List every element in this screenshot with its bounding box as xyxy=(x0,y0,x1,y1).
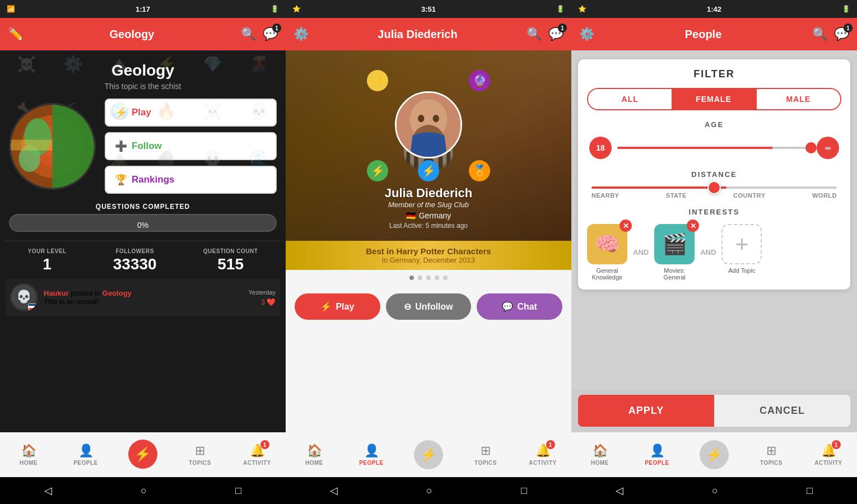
home-btn-1[interactable]: ○ xyxy=(141,485,147,497)
home-icon-3: 🏠 xyxy=(593,444,608,458)
status-bar-2: ⭐ 3:51 🔋 xyxy=(286,0,571,18)
distance-thumb[interactable] xyxy=(707,181,721,194)
battery-icon-3: 🔋 xyxy=(842,5,850,13)
interest-movie: 🎬 ✕ Movies: General xyxy=(654,224,695,281)
home-btn-3[interactable]: ○ xyxy=(712,485,718,497)
activity-icon-1: 🔔 1 xyxy=(250,444,265,458)
gender-female-btn[interactable]: FEMALE xyxy=(672,89,755,109)
age-slider-track[interactable] xyxy=(617,147,811,149)
profile-hero: 🏟️ ⚡ 🔮 xyxy=(286,50,571,241)
panel-profile: ⭐ 3:51 🔋 ⚙️ Julia Diederich 🔍 💬 1 🏟️ ⚡ xyxy=(286,0,571,504)
nav-home-1[interactable]: 🏠 HOME xyxy=(0,444,57,466)
chat-badge-1: 1 xyxy=(272,24,281,32)
achievement-banner: Best in Harry Potter Characters in Germa… xyxy=(286,241,571,270)
movie-label: Movies: General xyxy=(654,267,695,281)
chat-icon-2[interactable]: 💬 1 xyxy=(548,27,563,41)
back-btn-3[interactable]: ◁ xyxy=(616,484,623,497)
bolt-icon-1: ⚡ xyxy=(134,446,151,462)
center-circle-1: ⚡ xyxy=(128,440,157,469)
play-icon-2: ⚡ xyxy=(320,301,332,312)
edit-icon[interactable]: ✏️ xyxy=(8,27,23,41)
status-right-3: 🔋 xyxy=(842,5,850,13)
remove-brain-btn[interactable]: ✕ xyxy=(620,220,632,232)
nav-home-2[interactable]: 🏠 HOME xyxy=(286,444,343,466)
recent-btn-2[interactable]: □ xyxy=(521,485,527,497)
nav-people-2[interactable]: 👤 PEOPLE xyxy=(343,444,400,466)
profile-last-active: Last Active: 5 minutes ago xyxy=(389,222,468,230)
bg-icon: 💀 xyxy=(190,149,235,194)
profile-dots xyxy=(286,270,571,286)
age-title: AGE xyxy=(587,120,841,129)
nav-center-3[interactable]: ⚡ xyxy=(686,440,743,469)
topic-header: Geology This topic is the schist xyxy=(0,50,286,91)
unfollow-btn[interactable]: ⊖ Unfollow xyxy=(386,293,472,320)
android-nav-2: ◁ ○ □ xyxy=(286,477,571,504)
profile-play-btn[interactable]: ⚡ Play xyxy=(295,293,380,320)
nav-topics-3[interactable]: ⊞ TOPICS xyxy=(743,444,800,466)
settings-icon-2[interactable]: ⚙️ xyxy=(294,27,309,41)
topics-icon-2: ⊞ xyxy=(481,444,491,458)
people-icon-2: 👤 xyxy=(364,444,379,458)
top-nav-3: ⚙️ People 🔍 💬 1 xyxy=(571,18,857,50)
cancel-btn[interactable]: CANCEL xyxy=(714,395,850,427)
add-topic-box[interactable]: + xyxy=(721,224,762,264)
profile-badges-top: ⚡ 🔮 xyxy=(367,70,490,91)
dot-4 xyxy=(435,276,439,280)
interest-add[interactable]: + Add Topic xyxy=(721,224,762,274)
gender-male-btn[interactable]: MALE xyxy=(756,89,840,109)
home-btn-2[interactable]: ○ xyxy=(426,485,432,497)
top-nav-2: ⚙️ Julia Diederich 🔍 💬 1 xyxy=(286,18,571,50)
nav-center-2[interactable]: ⚡ xyxy=(400,440,457,469)
activity-label-1: ACTIVITY xyxy=(243,460,271,466)
nav-topics-1[interactable]: ⊞ TOPICS xyxy=(171,444,229,466)
activity-badge-2: 1 xyxy=(546,440,555,449)
search-icon-1[interactable]: 🔍 xyxy=(241,27,256,41)
nav-center-1[interactable]: ⚡ xyxy=(114,440,171,470)
label-world: WORLD xyxy=(812,192,837,199)
nav-topics-2[interactable]: ⊞ TOPICS xyxy=(457,444,514,466)
movie-icon-box: 🎬 ✕ xyxy=(654,224,695,264)
interest-brain: 🧠 ✕ General Knowledge xyxy=(587,224,627,281)
distance-track[interactable] xyxy=(591,186,837,189)
badge-green: ⚡ xyxy=(367,160,388,181)
chat-btn[interactable]: 💬 Chat xyxy=(477,293,562,320)
brain-icon: 🧠 xyxy=(595,232,620,256)
nav-activity-2[interactable]: 🔔 1 ACTIVITY xyxy=(514,444,571,466)
activity-icon-2: 🔔 1 xyxy=(535,444,551,458)
star-icon-2: ⭐ xyxy=(292,5,301,13)
chat-icon-1[interactable]: 💬 1 xyxy=(263,27,278,41)
progress-text: 0% xyxy=(10,216,276,232)
search-icon-2[interactable]: 🔍 xyxy=(527,27,542,41)
nav-people-1[interactable]: 👤 PEOPLE xyxy=(57,444,114,466)
bg-icon: 🪨 xyxy=(144,149,188,194)
dot-1 xyxy=(409,276,414,280)
chat-icon-3[interactable]: 💬 1 xyxy=(834,27,849,41)
filter-actions: APPLY CANCEL xyxy=(578,395,850,427)
recent-btn-3[interactable]: □ xyxy=(807,485,813,497)
bg-icon: 🌊 xyxy=(237,149,281,194)
nav-activity-1[interactable]: 🔔 1 ACTIVITY xyxy=(229,444,286,466)
center-circle-3: ⚡ xyxy=(700,440,729,469)
search-icon-3[interactable]: 🔍 xyxy=(812,27,827,41)
age-slider-thumb-right[interactable] xyxy=(805,142,817,153)
interests-title: INTERESTS xyxy=(587,208,841,216)
filter-icon[interactable]: ⚙️ xyxy=(579,27,594,41)
label-nearby: NEARBY xyxy=(591,192,619,199)
topics-label-1: TOPICS xyxy=(189,460,211,466)
bolt-icon-2: ⚡ xyxy=(420,447,437,463)
nav-people-3[interactable]: 👤 PEOPLE xyxy=(628,444,686,466)
back-btn-1[interactable]: ◁ xyxy=(44,484,52,497)
people-label-1: PEOPLE xyxy=(73,460,98,466)
nav-home-3[interactable]: 🏠 HOME xyxy=(571,444,628,466)
recent-btn-1[interactable]: □ xyxy=(235,485,241,497)
remove-movie-btn[interactable]: ✕ xyxy=(687,220,699,232)
apply-btn[interactable]: APPLY xyxy=(578,395,714,427)
badge-blue: ⚡ xyxy=(418,160,439,181)
center-circle-2: ⚡ xyxy=(414,440,443,469)
home-label-1: HOME xyxy=(20,460,38,466)
back-btn-2[interactable]: ◁ xyxy=(330,484,338,497)
gender-all-btn[interactable]: ALL xyxy=(588,89,672,109)
badge-medal: 🏅 xyxy=(469,160,490,181)
distance-slider-wrapper: NEARBY STATE COUNTRY WORLD xyxy=(587,186,841,199)
nav-activity-3[interactable]: 🔔 1 ACTIVITY xyxy=(800,444,857,466)
